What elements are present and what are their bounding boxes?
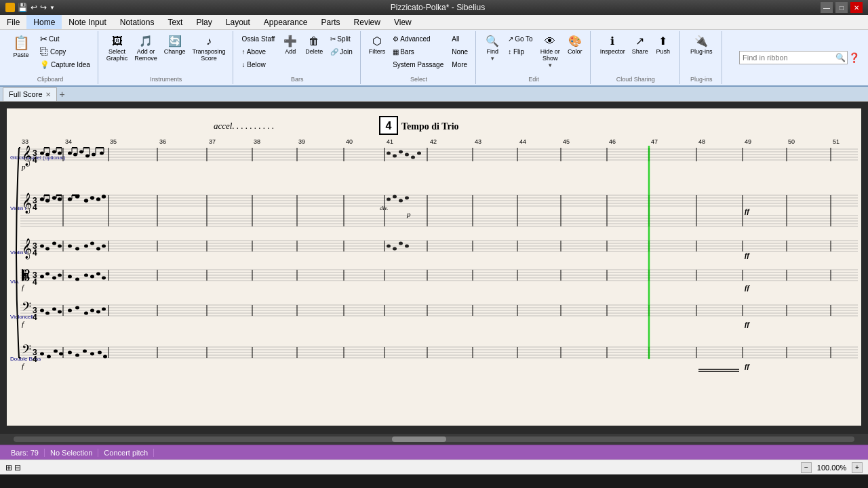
split-label: Split (337, 35, 350, 43)
help-icon[interactable]: ❓ (848, 52, 860, 63)
ribbon-group-cloud: ℹ Inspector ↗ Share ⬆ Push Cloud Sharing (592, 31, 680, 84)
select-all-label: All (452, 35, 459, 43)
ossia-staff-button[interactable]: Ossia Staff (239, 33, 279, 45)
find-button[interactable]: 🔍 Find ▼ (481, 33, 503, 72)
join-button[interactable]: 🔗 Join (327, 45, 355, 58)
above-button[interactable]: ↑ Above (239, 45, 279, 58)
join-icon: 🔗 (330, 48, 338, 56)
cut-button[interactable]: ✂ Cut (37, 33, 94, 45)
system-passage-label: System Passage (393, 61, 443, 68)
inspector-button[interactable]: ℹ Inspector (597, 33, 628, 72)
qa-save[interactable]: 💾 (18, 3, 28, 12)
ribbon-search-input[interactable] (739, 51, 848, 64)
share-button[interactable]: ↗ Share (629, 33, 651, 72)
split-button[interactable]: ✂ Split (327, 33, 355, 45)
svg-point-241 (75, 306, 79, 310)
select-all-button[interactable]: All (448, 33, 471, 45)
svg-text:51: 51 (833, 138, 840, 145)
zoom-in-button[interactable]: + (852, 462, 863, 473)
svg-point-293 (393, 155, 397, 158)
flip-button[interactable]: ↕ Flip (505, 45, 536, 58)
copy-label: Copy (50, 48, 66, 56)
svg-text:43: 43 (475, 138, 481, 145)
cut-label: Cut (49, 35, 60, 43)
ossia-staff-label: Ossia Staff (242, 35, 275, 43)
menu-home[interactable]: Home (26, 15, 62, 29)
close-button[interactable]: ✕ (850, 2, 863, 13)
minimize-button[interactable]: — (821, 2, 833, 13)
new-tab-button[interactable]: + (60, 89, 65, 100)
menu-review[interactable]: Review (347, 15, 387, 29)
svg-point-159 (52, 242, 56, 245)
svg-point-158 (45, 247, 50, 251)
hide-show-button[interactable]: 👁 Hide orShow ▼ (538, 33, 563, 72)
zoom-level: 100.00% (813, 464, 850, 472)
svg-point-199 (45, 272, 50, 276)
qa-more[interactable]: ▼ (50, 5, 55, 11)
zoom-out-button[interactable]: − (801, 462, 812, 473)
all-button[interactable]: ▦ Bars (389, 45, 447, 58)
delete-bars-button[interactable]: 🗑 Delete (302, 33, 326, 72)
svg-text:p: p (21, 163, 26, 171)
advanced-button[interactable]: ⚙ Advanced (389, 33, 447, 45)
menu-notations[interactable]: Notations (113, 15, 161, 29)
scrollbar-track[interactable] (14, 436, 854, 442)
menu-appearance[interactable]: Appearance (257, 15, 315, 29)
paste-label: Paste (13, 52, 28, 59)
add-bars-button[interactable]: ➕ Add (279, 33, 301, 72)
scroll-area[interactable] (0, 434, 868, 445)
select-graphic-button[interactable]: 🖼 SelectGraphic (104, 33, 131, 72)
svg-text:𝄞: 𝄞 (22, 238, 32, 260)
svg-point-203 (75, 278, 79, 281)
color-button[interactable]: 🎨 Color (564, 33, 586, 72)
svg-text:36: 36 (159, 138, 166, 145)
doc-tab-full-score[interactable]: Full Score ✕ (3, 87, 57, 101)
share-icon: ↗ (635, 35, 644, 47)
menu-file[interactable]: File (0, 15, 26, 29)
svg-text:48: 48 (698, 138, 705, 145)
filters-button[interactable]: ⬡ Filters (366, 33, 389, 72)
select-more-button[interactable]: More (448, 58, 471, 70)
change-button[interactable]: 🔄 Change (161, 33, 189, 72)
svg-point-236 (40, 309, 44, 312)
split-icon: ✂ (330, 35, 336, 43)
svg-text:𝄢: 𝄢 (22, 342, 31, 359)
push-icon: ⬆ (658, 35, 667, 47)
svg-point-129 (102, 195, 106, 199)
system-passage-button[interactable]: System Passage (389, 58, 447, 70)
plugins-buttons: 🔌 Plug-ins (688, 33, 715, 75)
qa-redo[interactable]: ↪ (40, 3, 47, 12)
maximize-button[interactable]: □ (835, 2, 848, 13)
below-button[interactable]: ↓ Below (239, 58, 279, 70)
paste-button[interactable]: 📋 Paste (7, 33, 35, 72)
menu-text[interactable]: Text (161, 15, 189, 29)
copy-button[interactable]: ⿻ Copy (37, 45, 94, 58)
menu-parts[interactable]: Parts (315, 15, 347, 29)
window-controls: — □ ✕ (821, 2, 863, 13)
svg-text:4: 4 (33, 312, 37, 322)
go-to-button[interactable]: ↗ Go To (505, 33, 536, 45)
svg-point-298 (387, 198, 391, 201)
menu-play[interactable]: Play (189, 15, 218, 29)
push-button[interactable]: ⬆ Push (652, 33, 674, 72)
svg-point-301 (405, 197, 409, 200)
plug-ins-button[interactable]: 🔌 Plug-ins (688, 33, 715, 72)
menu-note-input[interactable]: Note Input (62, 15, 113, 29)
select-none-button[interactable]: None (448, 45, 471, 58)
transposing-score-button[interactable]: ♪ TransposingScore (189, 33, 228, 72)
hide-show-dropdown: ▼ (547, 62, 553, 68)
menu-view[interactable]: View (387, 15, 418, 29)
svg-point-165 (96, 247, 100, 251)
doc-tab-close[interactable]: ✕ (45, 91, 51, 98)
capture-idea-button[interactable]: 💡 Capture Idea (37, 58, 94, 70)
svg-point-305 (405, 245, 409, 248)
select-small-col2: All None More (448, 33, 471, 75)
color-icon: 🎨 (568, 35, 582, 47)
menu-layout[interactable]: Layout (219, 15, 257, 29)
add-remove-button[interactable]: 🎵 Add orRemove (132, 33, 160, 72)
scrollbar-thumb[interactable] (392, 436, 446, 442)
qa-undo[interactable]: ↩ (31, 3, 37, 12)
svg-text:𝄞: 𝄞 (22, 192, 32, 214)
svg-text:45: 45 (563, 138, 570, 145)
add-remove-icon: 🎵 (139, 35, 153, 47)
